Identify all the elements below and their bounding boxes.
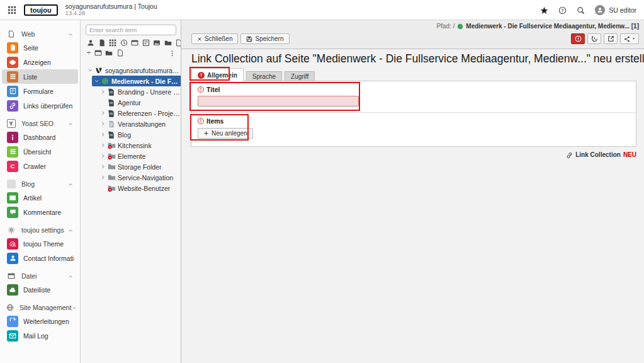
field-error-icon: ! [198,118,204,124]
tree-node-blog[interactable]: Blog [81,129,181,140]
chevron-right-icon[interactable] [99,121,106,127]
typo3-site-icon [94,67,103,74]
chevron-right-icon[interactable] [99,110,106,116]
page-tree-panel: ÷ soyagunsarufutsumura | Toujou Medienwe… [81,20,181,363]
tree-node-medienwerk[interactable]: Medienwerk - Die Fullservice Me... [92,76,181,86]
chevron-right-icon[interactable] [99,132,106,137]
new-card-page-icon[interactable] [153,39,161,47]
tree-node-website-benutzer[interactable]: Website-Benutzer [81,183,181,193]
toujou-logo[interactable]: toujou [24,4,58,16]
module-item-kommentare[interactable]: Kommentare [2,205,78,219]
file-icon [6,30,16,38]
chevron-right-icon[interactable] [99,89,106,95]
new-scheduler-page-icon[interactable] [120,39,128,47]
bookmark-star-icon[interactable] [540,4,548,16]
new-page-content-icon[interactable] [175,39,181,47]
folder-hidden-icon [107,141,116,149]
tab-sprache[interactable]: Sprache [246,71,282,81]
titel-input[interactable] [198,96,359,107]
folder-icon [107,163,116,171]
record-state-badge: NEU [623,151,636,158]
chevron-up-icon [67,270,74,282]
page-dark-icon [107,99,116,107]
tree-node-service-navigation[interactable]: Service-Navigation [81,172,181,183]
section-blog[interactable]: Blog [0,178,80,190]
breadcrumb: Pfad: / Medienwerk - Die Fullservice Med… [436,23,639,30]
module-item-anzeigen[interactable]: Anzeigen [2,55,78,69]
new-backend-section-icon[interactable] [109,39,116,47]
new-blank-page-icon[interactable] [116,49,124,57]
module-item-mail-log[interactable]: Mail Log [2,328,78,343]
tree-node-agentur[interactable]: Agentur [81,97,181,108]
save-button[interactable]: Speichern [240,33,289,44]
new-user-page-icon[interactable] [94,49,102,57]
new-box-page-icon[interactable] [131,39,138,47]
page-dark-icon [107,131,116,139]
section-yoast-seo[interactable]: Y Yoast SEO [0,117,80,130]
module-item-links-ueberpruefen[interactable]: Links überprüfen [2,98,78,113]
close-button[interactable]: Schließen [191,33,238,44]
page-title: Link Collection auf Seite "Medienwerk - … [191,52,644,66]
eye-icon [7,57,18,68]
new-print-page-icon[interactable] [142,39,150,47]
section-web[interactable]: Web [0,28,80,40]
letter-c-icon [7,161,18,172]
tree-node-kitchensink[interactable]: Kitchensink [81,140,181,151]
chevron-down-icon[interactable] [87,67,94,73]
new-folder-icon[interactable] [164,39,172,47]
module-item-seite[interactable]: Seite [2,40,78,55]
new-storage-folder-icon[interactable] [105,49,113,57]
section-datei[interactable]: Datei [0,270,80,282]
module-menu: Web Seite Anzeigen Liste Formulare Links… [0,20,81,363]
help-icon[interactable] [558,4,567,16]
open-in-new-window-button[interactable] [604,33,618,44]
tree-node-veranstaltungen[interactable]: Veranstaltungen [81,118,181,129]
globe-icon [101,78,110,85]
tree-node-root[interactable]: soyagunsarufutsumura | Toujou [81,65,181,76]
error-state-button[interactable] [571,33,585,44]
module-item-weiterleitungen[interactable]: Weiterleitungen [2,314,78,328]
chevron-down-icon[interactable] [93,78,100,84]
chevron-right-icon[interactable] [99,164,106,170]
module-item-artikel[interactable]: Artikel [2,190,78,205]
module-item-formulare[interactable]: Formulare [2,84,78,98]
module-item-liste[interactable]: Liste [2,69,78,84]
tree-node-branding[interactable]: Branding - Unsere Leistungen [81,86,181,97]
module-item-crawler[interactable]: Crawler [2,159,78,173]
new-separator-icon[interactable]: ÷ [87,49,91,56]
tree-more-icon[interactable] [169,47,176,59]
tree-node-elemente[interactable]: Elemente [81,151,181,161]
tab-zugriff[interactable]: Zugriff [285,71,315,81]
search-icon[interactable] [577,4,585,16]
avatar [595,5,605,15]
section-site-management[interactable]: Site Management [0,301,80,314]
chevron-up-icon [67,224,74,236]
module-item-contact-information[interactable]: Contact Information [2,251,78,265]
history-button[interactable] [587,33,601,44]
chevron-right-icon[interactable] [99,175,106,180]
module-item-dateiliste[interactable]: Dateiliste [2,282,78,297]
new-item-button[interactable]: Neu anlegen [198,128,253,139]
comment-icon [7,207,18,218]
yoast-icon: Y [6,119,16,128]
tree-node-storage-folder[interactable]: Storage Folder [81,161,181,172]
new-page-door-icon[interactable] [87,39,94,47]
tree-node-referenzen[interactable]: Referenzen - Projekte im Übe... [81,108,181,118]
module-item-uebersicht[interactable]: Übersicht [2,144,78,159]
tree-search-input[interactable] [86,25,176,35]
path-page[interactable]: Medienwerk - Die Fullservice Mediaagentu… [466,23,639,30]
tab-allgemein[interactable]: ! Allgemein [191,68,244,81]
new-page-icon[interactable] [98,39,106,47]
section-toujou-settings[interactable]: toujou settings [0,224,80,236]
module-item-dashboard[interactable]: Dashboard [2,130,78,144]
module-grid-icon[interactable] [8,4,16,16]
form-panel: ! Titel ! Items Neu anlegen [191,81,636,147]
share-button[interactable] [620,33,639,44]
module-item-toujou-theme[interactable]: toujou Theme [2,236,78,251]
chevron-right-icon[interactable] [99,142,106,148]
user-label: SU editor [609,6,636,14]
info-icon [7,132,18,143]
user-menu[interactable]: SU editor [595,5,636,15]
items-label: Items [206,117,223,125]
chevron-right-icon[interactable] [99,153,106,159]
